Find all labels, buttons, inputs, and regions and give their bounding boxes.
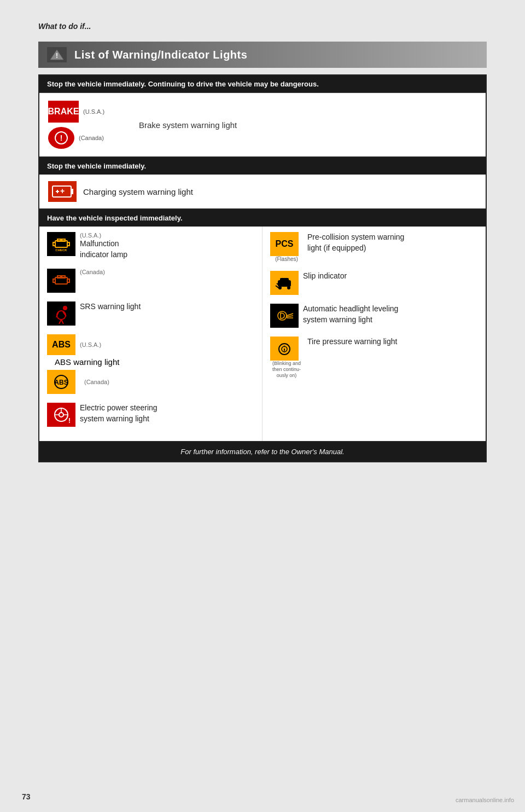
stop-header: Stop the vehicle immediately. — [39, 158, 486, 175]
srs-item: SRS warning light — [47, 301, 254, 326]
charging-label: Charging system warning light — [83, 187, 193, 196]
engine-canada-icon — [47, 269, 75, 293]
headlight-item: Automatic headlight leveling system warn… — [270, 304, 478, 328]
warning-icon: ! — [47, 47, 67, 62]
battery-icon: + — [48, 181, 77, 202]
main-content-box: Stop the vehicle immediately. Continuing… — [38, 74, 487, 462]
svg-rect-5 — [71, 189, 73, 194]
brake-warning-label: Brake system warning light — [139, 120, 237, 130]
svg-text:+: + — [60, 187, 65, 195]
tire-label: Tire pressure warning light — [307, 337, 397, 347]
section-title-bar: ! List of Warning/Indicator Lights — [38, 42, 487, 68]
inspect-header: Have the vehicle inspected immediately. — [39, 210, 486, 227]
tire-icon: ! — [270, 337, 299, 361]
svg-text:!: ! — [284, 345, 285, 348]
tire-sub-label: (Blinking and then continu- ously on) — [270, 361, 303, 378]
watermark: carmanualsonline.info — [456, 797, 514, 803]
usa-label: (U.S.A.) — [83, 108, 110, 115]
srs-icon — [47, 301, 75, 326]
abs-usa-label: (U.S.A.) — [80, 341, 101, 348]
abs-item: ABS (U.S.A.) ABS warning light ABS (Ca — [47, 334, 254, 394]
check-engine-usa-icon: CHECK — [47, 232, 75, 256]
usa-region-label: (U.S.A.) — [80, 232, 127, 239]
srs-label: SRS warning light — [80, 301, 141, 312]
inspect-grid: CHECK (U.S.A.) Malfunction indicator lam… — [39, 227, 486, 442]
malfunction-subtitle: indicator lamp — [80, 250, 127, 260]
page-header: What to do if... — [38, 22, 487, 31]
engine-canada-item: (Canada) — [47, 269, 254, 293]
svg-text:!: ! — [60, 134, 63, 142]
brake-section: BRAKE (U.S.A.) ! (Canada) Brake syste — [39, 93, 486, 158]
eps-icon: ! — [47, 403, 75, 427]
canada-region-label: (Canada) — [80, 269, 105, 275]
footer-bar: For further information, refer to the Ow… — [39, 442, 486, 461]
svg-point-43 — [287, 286, 290, 289]
svg-text:ABS: ABS — [54, 379, 68, 386]
canada-label: (Canada) — [79, 135, 106, 141]
inspect-left-col: CHECK (U.S.A.) Malfunction indicator lam… — [39, 227, 262, 441]
headlight-title: Automatic headlight leveling — [303, 304, 398, 315]
tire-item: ! (Blinking and then continu- ously on) … — [270, 337, 478, 378]
svg-text:!: ! — [68, 417, 71, 425]
pcs-icon: PCS — [270, 232, 299, 256]
inspect-right-col: PCS (Flashes) Pre-collision system warni… — [262, 227, 486, 441]
eps-title: Electric power steering — [80, 403, 158, 414]
headlight-subtitle: system warning light — [303, 315, 398, 326]
abs-usa-icon: ABS — [47, 334, 75, 355]
slip-label: Slip indicator — [303, 271, 347, 282]
svg-text:CHECK: CHECK — [55, 248, 67, 252]
svg-rect-22 — [51, 303, 72, 324]
page-number: 73 — [22, 792, 31, 801]
abs-title: ABS warning light — [47, 357, 254, 367]
abs-canada-icon: ABS — [47, 370, 75, 394]
svg-point-23 — [63, 306, 67, 310]
malfunction-item: CHECK (U.S.A.) Malfunction indicator lam… — [47, 232, 254, 260]
slip-icon — [270, 271, 299, 295]
brake-usa-icon: BRAKE — [48, 101, 79, 123]
slip-item: Slip indicator — [270, 271, 478, 295]
charging-section: + Charging system warning light — [39, 175, 486, 210]
eps-item: ! Electric power steering system warning… — [47, 403, 254, 427]
danger-header: Stop the vehicle immediately. Continuing… — [39, 76, 486, 93]
svg-rect-16 — [51, 272, 72, 289]
pcs-subtitle: light (if equipped) — [307, 243, 404, 254]
svg-rect-41 — [280, 278, 289, 282]
svg-rect-56 — [284, 351, 285, 352]
svg-text:!: ! — [56, 52, 58, 60]
pcs-item: PCS (Flashes) Pre-collision system warni… — [270, 232, 478, 262]
eps-subtitle: system warning light — [80, 414, 158, 425]
section-title: List of Warning/Indicator Lights — [74, 49, 247, 61]
headlight-icon — [270, 304, 299, 328]
pcs-sub-label: (Flashes) — [275, 256, 298, 262]
brake-canada-icon: ! — [48, 127, 74, 149]
pcs-title: Pre-collision system warning — [307, 232, 404, 243]
abs-canada-label: (Canada) — [84, 379, 109, 385]
malfunction-title: Malfunction — [80, 239, 127, 250]
